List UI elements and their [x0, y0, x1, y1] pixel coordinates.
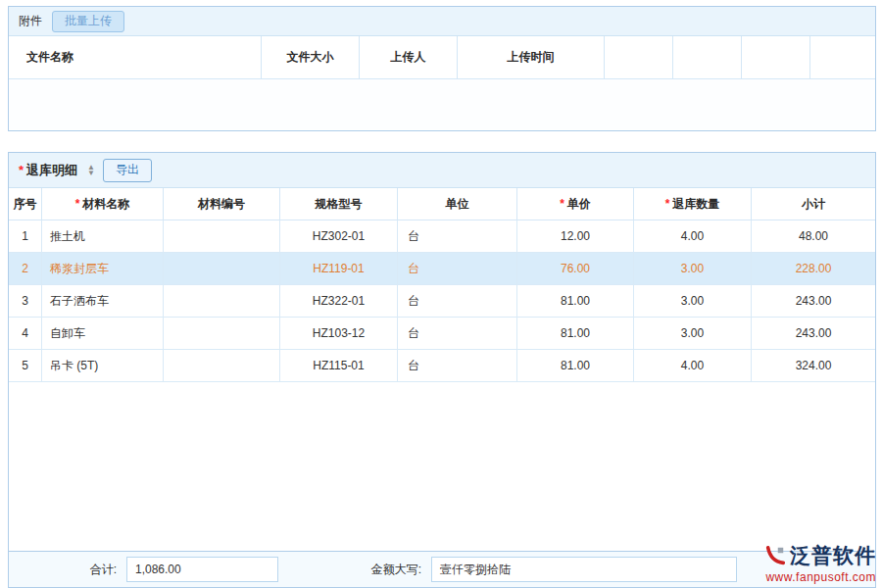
cell-unit: 台 [398, 253, 517, 284]
watermark: 泛普软件 www.fanpusoft.com [764, 542, 876, 584]
attachments-empty-body [9, 79, 875, 129]
cell-seq: 3 [9, 285, 42, 317]
attachments-title: 附件 [19, 13, 42, 29]
cell-unit: 台 [398, 350, 517, 381]
col-material-code: 材料编号 [164, 188, 280, 220]
cell-return-qty: 3.00 [634, 253, 752, 284]
cell-unit-price: 81.00 [517, 285, 634, 317]
cell-seq: 4 [9, 318, 42, 349]
cell-spec-model: HZ119-01 [280, 253, 398, 284]
cell-return-qty: 3.00 [634, 318, 752, 349]
cell-spec-model: HZ103-12 [280, 318, 398, 349]
table-row[interactable]: 5 吊卡 (5T) HZ115-01 台 81.00 4.00 324.00 [9, 350, 875, 382]
amount-words-label: 金额大写: [345, 562, 431, 578]
table-row[interactable]: 3 石子洒布车 HZ322-01 台 81.00 3.00 243.00 [9, 285, 875, 318]
cell-subtotal: 243.00 [752, 318, 875, 349]
col-subtotal: 小计 [752, 188, 875, 220]
cell-return-qty: 3.00 [634, 285, 752, 317]
col-material-name: *材料名称 [42, 188, 164, 220]
cell-unit-price: 81.00 [517, 350, 634, 381]
fanpu-logo-icon [764, 545, 786, 566]
col-return-qty: *退库数量 [634, 188, 752, 220]
required-mark: * [19, 163, 24, 177]
col-empty-1 [605, 36, 673, 78]
cell-spec-model: HZ322-01 [280, 285, 398, 317]
col-spec-model: 规格型号 [280, 188, 398, 220]
col-unit-price: *单价 [517, 188, 634, 220]
total-label: 合计: [9, 562, 126, 578]
cell-seq: 5 [9, 350, 42, 381]
attachments-toolbar: 附件 批量上传 [9, 7, 875, 36]
cell-unit: 台 [398, 220, 517, 252]
watermark-url: www.fanpusoft.com [764, 570, 876, 584]
col-uploader: 上传人 [360, 36, 458, 78]
cell-unit: 台 [398, 285, 517, 317]
cell-material-name: 自卸车 [42, 318, 164, 349]
cell-unit-price: 76.00 [517, 253, 634, 284]
total-input[interactable]: 1,086.00 [126, 557, 278, 582]
cell-return-qty: 4.00 [634, 350, 752, 381]
cell-material-name: 石子洒布车 [42, 285, 164, 317]
cell-material-code [164, 318, 280, 349]
col-empty-4 [810, 36, 875, 78]
sort-spinner-icon[interactable]: ▲▼ [87, 165, 95, 176]
cell-subtotal: 228.00 [752, 253, 875, 284]
col-file-size: 文件大小 [262, 36, 360, 78]
col-empty-2 [673, 36, 742, 78]
cell-seq: 1 [9, 220, 42, 252]
summary-bar: 合计: 1,086.00 金额大写: 壹仟零捌拾陆 [9, 551, 875, 587]
cell-unit: 台 [398, 318, 517, 349]
detail-toolbar: *退库明细 ▲▼ 导出 [9, 153, 875, 188]
table-row[interactable]: 1 推土机 HZ302-01 台 12.00 4.00 48.00 [9, 220, 875, 253]
cell-subtotal: 243.00 [752, 285, 875, 317]
cell-return-qty: 4.00 [634, 220, 752, 252]
cell-material-code [164, 220, 280, 252]
cell-material-code [164, 253, 280, 284]
cell-material-code [164, 350, 280, 381]
detail-title: *退库明细 [19, 162, 77, 179]
amount-words-input[interactable]: 壹仟零捌拾陆 [431, 557, 737, 582]
cell-material-name: 吊卡 (5T) [42, 350, 164, 381]
cell-subtotal: 48.00 [752, 220, 875, 252]
cell-seq: 2 [9, 253, 42, 284]
col-upload-time: 上传时间 [458, 36, 605, 78]
table-row-selected[interactable]: 2 稀浆封层车 HZ119-01 台 76.00 3.00 228.00 [9, 253, 875, 285]
col-file-name: 文件名称 [9, 36, 262, 78]
batch-upload-button[interactable]: 批量上传 [52, 11, 124, 32]
detail-table-header: 序号 *材料名称 材料编号 规格型号 单位 *单价 *退库数量 小计 [9, 188, 875, 220]
return-detail-panel: *退库明细 ▲▼ 导出 序号 *材料名称 材料编号 规格型号 单位 *单价 *退… [8, 152, 876, 588]
cell-unit-price: 12.00 [517, 220, 634, 252]
col-unit: 单位 [398, 188, 517, 220]
cell-unit-price: 81.00 [517, 318, 634, 349]
table-row[interactable]: 4 自卸车 HZ103-12 台 81.00 3.00 243.00 [9, 318, 875, 350]
col-seq: 序号 [9, 188, 42, 220]
watermark-brand: 泛普软件 [790, 542, 876, 569]
col-empty-3 [742, 36, 810, 78]
cell-spec-model: HZ302-01 [280, 220, 398, 252]
export-button[interactable]: 导出 [103, 159, 152, 182]
cell-subtotal: 324.00 [752, 350, 875, 381]
cell-spec-model: HZ115-01 [280, 350, 398, 381]
cell-material-name: 稀浆封层车 [42, 253, 164, 284]
attachments-table-header: 文件名称 文件大小 上传人 上传时间 [9, 36, 875, 79]
attachments-panel: 附件 批量上传 文件名称 文件大小 上传人 上传时间 [8, 6, 876, 131]
cell-material-code [164, 285, 280, 317]
cell-material-name: 推土机 [42, 220, 164, 252]
